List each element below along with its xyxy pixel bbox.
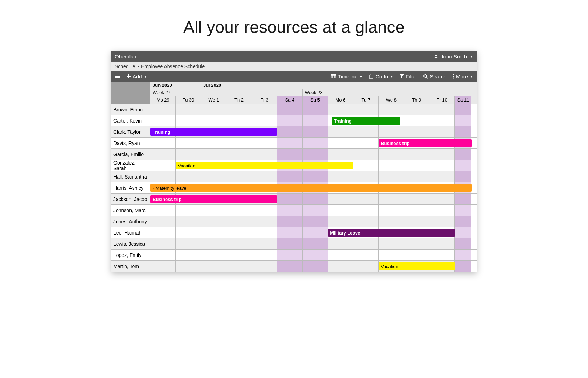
- grid-cell[interactable]: [226, 138, 252, 148]
- grid-cell[interactable]: [201, 238, 226, 249]
- timeline-button[interactable]: Timeline ▼: [331, 74, 363, 79]
- resource-name[interactable]: Hall, Samantha: [111, 171, 150, 182]
- grid-cell[interactable]: [176, 149, 201, 160]
- grid-cell[interactable]: [201, 104, 226, 115]
- grid-cell[interactable]: [379, 238, 404, 249]
- grid-cell[interactable]: [277, 261, 302, 272]
- grid-cell[interactable]: [429, 160, 455, 171]
- grid-cell[interactable]: [379, 104, 404, 115]
- grid-cell[interactable]: [150, 216, 176, 227]
- grid-cell[interactable]: [455, 238, 471, 249]
- grid-cell[interactable]: [303, 126, 328, 137]
- grid-cell[interactable]: [252, 261, 277, 272]
- grid-cell[interactable]: [176, 138, 201, 148]
- grid-cell[interactable]: [455, 194, 471, 204]
- grid-cell[interactable]: [176, 171, 201, 182]
- grid-cell[interactable]: [277, 115, 302, 126]
- grid-cell[interactable]: [303, 227, 328, 238]
- grid-cell[interactable]: [226, 104, 252, 115]
- grid-cell[interactable]: [354, 261, 379, 272]
- resource-name[interactable]: Gonzalez, Sarah: [111, 160, 150, 171]
- grid-cell[interactable]: [379, 171, 404, 182]
- grid-cell[interactable]: [354, 171, 379, 182]
- resource-name[interactable]: Jones, Anthony: [111, 216, 150, 227]
- grid-cell[interactable]: [303, 149, 328, 160]
- grid-cell[interactable]: [455, 205, 471, 216]
- resource-name[interactable]: Lewis, Jessica: [111, 238, 150, 249]
- user-menu[interactable]: John Smith ▼: [434, 54, 473, 59]
- grid-cell[interactable]: [455, 227, 471, 238]
- grid-cell[interactable]: [226, 216, 252, 227]
- grid-cell[interactable]: [252, 115, 277, 126]
- grid-cell[interactable]: [252, 250, 277, 260]
- grid-cell[interactable]: [379, 250, 404, 260]
- grid-cell[interactable]: [328, 149, 353, 160]
- grid-cell[interactable]: [303, 261, 328, 272]
- grid-cell[interactable]: [226, 115, 252, 126]
- grid-cell[interactable]: [150, 227, 176, 238]
- grid-cell[interactable]: [226, 171, 252, 182]
- resource-name[interactable]: Harris, Ashley: [111, 182, 150, 193]
- grid-cell[interactable]: [404, 238, 429, 249]
- event-bar[interactable]: Business trip: [379, 139, 471, 147]
- grid-cell[interactable]: [354, 194, 379, 204]
- event-bar[interactable]: Business trip: [150, 195, 277, 203]
- grid-cell[interactable]: [354, 205, 379, 216]
- grid-cell[interactable]: [150, 160, 176, 171]
- grid-cell[interactable]: [277, 250, 302, 260]
- grid-cell[interactable]: [150, 171, 176, 182]
- grid-cell[interactable]: [328, 261, 353, 272]
- resource-name[interactable]: Garcia, Emilio: [111, 149, 150, 160]
- grid-cell[interactable]: [150, 250, 176, 260]
- grid-cell[interactable]: [404, 216, 429, 227]
- event-bar[interactable]: Vacation: [176, 162, 353, 169]
- grid-cell[interactable]: [379, 160, 404, 171]
- grid-cell[interactable]: [455, 149, 471, 160]
- grid-cell[interactable]: [277, 238, 302, 249]
- grid-cell[interactable]: [201, 261, 226, 272]
- grid-cell[interactable]: [277, 216, 302, 227]
- grid-cell[interactable]: [404, 160, 429, 171]
- grid-cell[interactable]: [201, 250, 226, 260]
- grid-cell[interactable]: [354, 104, 379, 115]
- grid-cell[interactable]: [252, 216, 277, 227]
- grid-cell[interactable]: [201, 216, 226, 227]
- grid-cell[interactable]: [201, 171, 226, 182]
- resource-name[interactable]: Jackson, Jacob: [111, 194, 150, 204]
- grid-cell[interactable]: [455, 171, 471, 182]
- grid-cell[interactable]: [303, 216, 328, 227]
- grid-cell[interactable]: [277, 126, 302, 137]
- grid-cell[interactable]: [455, 160, 471, 171]
- grid-cell[interactable]: [328, 250, 353, 260]
- grid-cell[interactable]: [429, 250, 455, 260]
- search-button[interactable]: Search: [424, 74, 447, 79]
- grid-cell[interactable]: [429, 115, 455, 126]
- grid-cell[interactable]: [455, 216, 471, 227]
- grid-cell[interactable]: [404, 194, 429, 204]
- grid-cell[interactable]: [252, 227, 277, 238]
- grid-cell[interactable]: [455, 126, 471, 137]
- filter-button[interactable]: Filter: [400, 74, 417, 79]
- grid-cell[interactable]: [176, 250, 201, 260]
- resource-name[interactable]: Johnson, Marc: [111, 205, 150, 216]
- more-button[interactable]: More ▼: [453, 74, 473, 79]
- grid-cell[interactable]: [379, 194, 404, 204]
- grid-cell[interactable]: [176, 238, 201, 249]
- grid-cell[interactable]: [277, 205, 302, 216]
- grid-cell[interactable]: [176, 227, 201, 238]
- grid-cell[interactable]: [150, 205, 176, 216]
- grid-cell[interactable]: [354, 149, 379, 160]
- grid-cell[interactable]: [354, 238, 379, 249]
- grid-cell[interactable]: [328, 104, 353, 115]
- resource-name[interactable]: Clark, Taylor: [111, 126, 150, 137]
- grid-cell[interactable]: [404, 171, 429, 182]
- grid-cell[interactable]: [455, 261, 471, 272]
- resource-name[interactable]: Martin, Tom: [111, 261, 150, 272]
- grid-cell[interactable]: [252, 138, 277, 148]
- menu-button[interactable]: [115, 74, 120, 79]
- grid-cell[interactable]: [277, 194, 302, 204]
- grid-cell[interactable]: [176, 205, 201, 216]
- grid-cell[interactable]: [252, 104, 277, 115]
- grid-cell[interactable]: [455, 250, 471, 260]
- grid-cell[interactable]: [303, 238, 328, 249]
